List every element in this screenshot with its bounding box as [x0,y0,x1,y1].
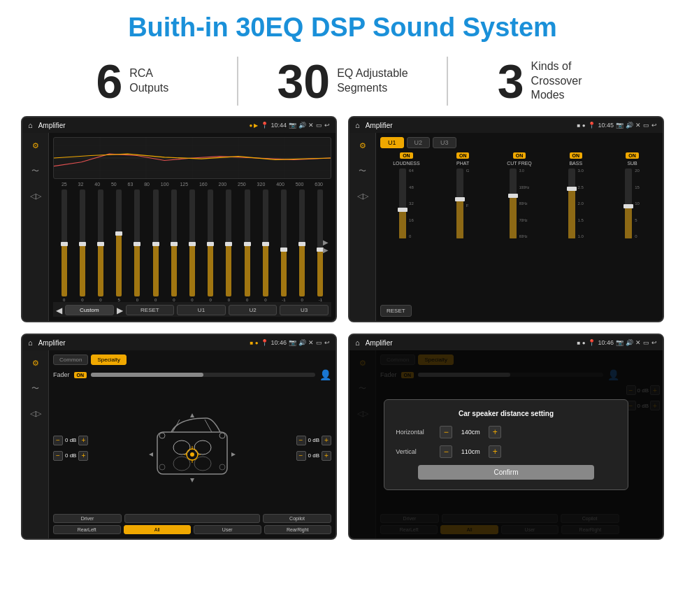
horizontal-plus-btn[interactable]: + [489,426,501,438]
phat-slider[interactable] [456,169,463,238]
eq-custom-btn[interactable]: Custom [65,305,114,315]
dialog-box: Car speaker distance setting Horizontal … [384,399,628,490]
eq-prev-btn[interactable]: ◀ [56,306,62,315]
slider-11[interactable]: 0 [239,189,255,302]
minus-icon-2: ▭ [643,122,649,129]
vol-plus-bl[interactable]: + [78,451,88,461]
dialog-screen: ⌂ Amplifier ■ ● 📍 10:46 📷 🔊 ✕ ▭ ↩ ⚙ 〜 ◁▷ [348,334,664,540]
vertical-plus-btn[interactable]: + [489,445,501,458]
horizontal-label: Horizontal [396,429,434,436]
sub-slider[interactable] [625,169,632,238]
slider-12[interactable]: 0 [257,189,273,302]
horizontal-row: Horizontal − 140cm + [396,426,616,438]
bass-slider[interactable] [568,169,575,238]
rearright-btn[interactable]: RearRight [264,525,332,534]
close-icon-4: ✕ [635,339,641,346]
horizontal-minus-btn[interactable]: − [440,426,452,438]
bass-label: BASS [569,161,582,166]
stats-row: 6 RCAOutputs 30 EQ AdjustableSegments 3 … [0,50,685,116]
crossover-status-icons: 📍 10:45 📷 🔊 ✕ ▭ ↩ [588,122,657,129]
speaker-sidebar-vol[interactable]: ◁▷ [27,406,44,420]
eq-title: Amplifier [38,122,247,129]
home-icon-4: ⌂ [355,338,360,347]
crossover-content: ⚙ 〜 ◁▷ U1 U2 U3 ON LOUDNESS [349,133,663,321]
loudness-label: LOUDNESS [393,161,420,166]
vol-minus-bl[interactable]: − [53,451,63,461]
all-btn[interactable]: All [124,525,192,534]
slider-1[interactable]: 0 [56,189,72,302]
vol-minus-tr[interactable]: − [296,436,306,445]
phat-scale: GF [466,169,470,238]
vertical-minus-btn[interactable]: − [440,445,452,458]
crossover-sidebar-filter[interactable]: ⚙ [354,138,371,152]
vol-top-left: − 0 dB + [53,436,88,445]
speaker-specialty-tab[interactable]: Specialty [91,354,126,365]
vol-plus-br[interactable]: + [322,451,331,461]
slider-4[interactable]: 5 [111,189,127,302]
vol-minus-tl[interactable]: − [53,436,63,445]
copilot-btn[interactable]: Copilot [263,514,331,523]
user-btn[interactable]: User [194,525,261,534]
vol-plus-tr[interactable]: + [322,436,331,445]
cutfreq-on-badge: ON [513,152,526,159]
speaker-content: ⚙ 〜 ◁▷ Common Specialty Fader ON 👤 [22,350,336,538]
loudness-slider[interactable] [399,169,406,238]
bass-col: ON BASS 3.02.52.01.51.0 [549,152,602,298]
speaker-sidebar: ⚙ 〜 ◁▷ [22,350,49,538]
cutfreq-col: ON CUT FREQ 3.0 100Hz 80Hz 70Hz [493,152,546,298]
slider-8[interactable]: 0 [184,189,200,302]
driver-btn[interactable]: Driver [53,514,122,523]
slider-2[interactable]: 0 [74,189,90,302]
location-icon-3: 📍 [261,339,268,346]
channel-u3-tab[interactable]: U3 [433,137,456,148]
channel-tabs: U1 U2 U3 [380,137,658,148]
speaker-common-tab[interactable]: Common [53,354,88,365]
eq-sidebar-volume[interactable]: ◁▷ [27,189,44,203]
slider-9[interactable]: 0 [203,189,219,302]
slider-14[interactable]: 0 [294,189,310,302]
slider-13[interactable]: -1 [275,189,291,302]
crossover-sidebar-vol[interactable]: ◁▷ [354,189,371,203]
crossover-sidebar-wave[interactable]: 〜 [354,164,371,178]
eq-status-bar: ⌂ Amplifier ● ▶ 📍 10:44 📷 🔊 ✕ ▭ ↩ [22,117,336,133]
center-btn [124,514,260,523]
rearleft-btn[interactable]: RearLeft [53,525,121,534]
eq-reset-btn[interactable]: RESET [126,305,175,315]
channel-u2-tab[interactable]: U2 [407,137,431,148]
speaker-sidebar-filter[interactable]: ⚙ [27,356,44,370]
speaker-time: 10:46 [271,339,287,346]
slider-7[interactable]: 0 [166,189,182,302]
location-icon-4: 📍 [588,339,596,346]
fader-label: Fader [53,371,70,378]
home-icon: ⌂ [28,121,33,129]
eq-u2-btn[interactable]: U2 [229,305,277,315]
eq-u1-btn[interactable]: U1 [177,305,226,315]
vol-minus-br[interactable]: − [296,451,306,461]
slider-5[interactable]: 0 [129,189,145,302]
vol-plus-tl[interactable]: + [78,436,88,445]
stat-crossover: 3 Kinds ofCrossover Modes [462,57,643,105]
confirm-button[interactable]: Confirm [418,465,594,480]
svg-marker-25 [190,413,194,417]
slider-10[interactable]: 0 [221,189,237,302]
svg-marker-27 [149,452,153,457]
fader-slider[interactable] [91,373,315,377]
crossover-reset-btn[interactable]: RESET [380,305,412,317]
minus-icon-3: ▭ [316,339,322,346]
eq-play-btn[interactable]: ▶ [117,306,123,315]
svg-line-9 [173,420,180,432]
vol-value-br: 0 dB [308,452,319,459]
channel-u1-tab[interactable]: U1 [380,137,404,148]
speaker-sidebar-wave[interactable]: 〜 [27,381,44,395]
slider-3[interactable]: 0 [92,189,108,302]
eq-sidebar-wave[interactable]: 〜 [27,164,44,178]
back-icon-4: ↩ [651,339,657,346]
eq-u3-btn[interactable]: U3 [280,305,329,315]
eq-sidebar-filter[interactable]: ⚙ [27,138,44,152]
camera-icon-2: 📷 [616,122,623,129]
phat-on-badge: ON [456,152,470,159]
crossover-sidebar: ⚙ 〜 ◁▷ [349,133,376,321]
cutfreq-slider[interactable] [510,169,517,238]
right-controls: − 0 dB + − 0 dB + [296,436,331,461]
slider-6[interactable]: 0 [147,189,164,302]
